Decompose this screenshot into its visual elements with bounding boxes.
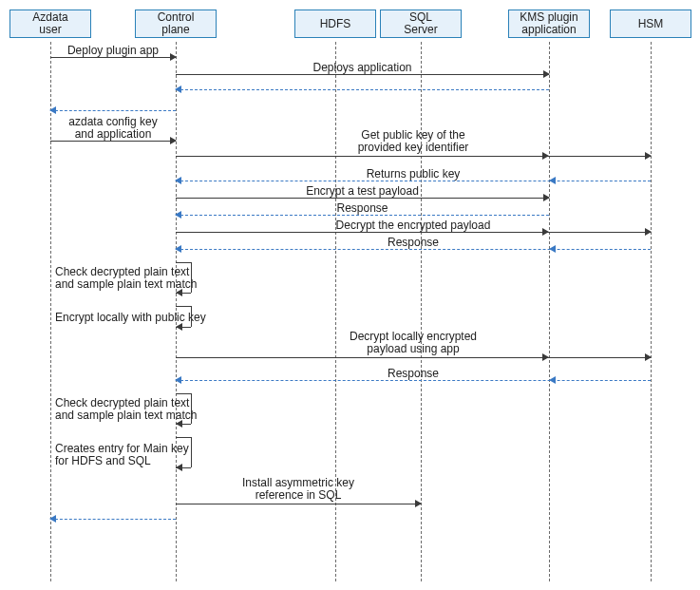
arrow-head [645,353,652,361]
arrow-line [176,198,549,199]
arrow-line [176,380,651,381]
msg-install-asymmetric-key: Install asymmetric keyreference in SQL [176,477,421,507]
arrow-head [175,177,181,184]
arrow-line [176,262,191,263]
msg-get-public-key: Get public key of theprovided key identi… [176,129,651,160]
msg-label: Deploy plugin app [50,44,176,57]
actor-control-plane: Controlplane [135,10,217,38]
actor-label: KMS pluginapplication [520,11,577,36]
arrow-line [176,437,191,438]
msg-encrypt-test-payload: Encrypt a test payload [176,186,549,200]
arrow-head [175,376,181,384]
arrow-line [191,393,192,424]
msg-deploys-application: Deploys application [176,63,549,76]
msg-label: Encrypt a test payload [176,184,549,198]
arrow-head [49,106,56,114]
actor-kms-plugin: KMS pluginapplication [508,10,590,38]
arrow-head [49,515,56,523]
arrow-line [50,519,176,520]
actor-label: Controlplane [158,11,195,36]
msg-decrypt-locally: Decrypt locally encryptedpayload using a… [176,331,651,361]
arrow-line [191,306,192,327]
msg-return-to-user-2 [50,507,176,521]
msg-label: azdata config keyand application [50,116,176,141]
actor-label: HDFS [320,18,351,30]
arrow-line [191,437,192,467]
arrow-head [543,70,550,78]
msg-azdata-config-key: azdata config keyand application [50,116,176,143]
msg-label: Returns public key [176,167,651,181]
actor-hsm: HSM [610,10,691,38]
arrow-head-mid [542,353,549,361]
arrow-head [415,500,422,507]
msg-return-to-user-1 [50,99,176,112]
note-creates-entry: Creates entry for Main keyfor HDFS and S… [55,443,189,467]
msg-label: Response [176,367,651,380]
msg-label: Install asymmetric keyreference in SQL [176,477,421,502]
arrow-line [176,181,651,181]
msg-response-2: Response [176,238,651,251]
msg-returns-public-key: Returns public key [176,169,651,182]
msg-label: Decrypt locally encryptedpayload using a… [176,331,651,355]
msg-label: Deploys application [176,61,549,74]
arrow-line [176,357,651,358]
sequence-diagram: Azdatauser Controlplane HDFS SQLServer K… [0,0,700,590]
arrow-head [543,194,550,201]
actor-label: HSM [638,18,664,30]
arrow-head-mid [549,177,556,184]
note-check-decrypted-1: Check decrypted plain textand sample pla… [55,266,197,291]
msg-deploy-plugin-app: Deploy plugin app [50,46,176,59]
msg-response-1: Response [176,203,549,217]
arrow-line [176,504,421,504]
msg-label: Response [176,201,549,215]
arrow-head [645,228,652,236]
arrow-line [176,306,191,307]
arrow-head [175,211,181,219]
lifeline-hsm [651,42,652,581]
msg-label: Response [176,236,651,249]
arrow-line [176,215,549,216]
actor-azdata-user: Azdatauser [9,10,91,38]
actor-sql-server: SQLServer [380,10,462,38]
arrow-line [191,262,192,293]
lifeline-kms [549,42,550,581]
arrow-line [176,232,651,233]
arrow-line [176,249,651,250]
arrow-head-mid [549,376,556,384]
actor-label: Azdatauser [32,11,67,36]
arrow-line [176,393,191,394]
arrow-head [176,323,182,331]
note-encrypt-locally: Encrypt locally with public key [55,312,206,324]
arrow-head [645,152,652,160]
msg-decrypt-encrypted-payload: Decrypt the encrypted payload [176,220,651,234]
msg-response-3: Response [176,369,651,382]
arrow-head [175,245,181,253]
arrow-head [175,86,181,93]
arrow-line [50,57,176,58]
note-check-decrypted-2: Check decrypted plain textand sample pla… [55,397,197,422]
arrow-head-mid [542,228,549,236]
arrow-head-mid [549,245,556,253]
arrow-line [50,141,176,142]
msg-label: Decrypt the encrypted payload [176,219,651,232]
arrow-head [176,289,182,296]
arrow-line [50,110,176,111]
arrow-head-mid [542,152,549,160]
actor-hdfs: HDFS [294,10,376,38]
arrow-line [176,74,549,75]
arrow-line [176,156,651,157]
arrow-head [176,464,182,471]
msg-return-deploy [176,78,549,91]
arrow-head [176,420,182,428]
msg-label: Get public key of theprovided key identi… [176,129,651,154]
arrow-head [170,53,177,61]
arrow-line [176,89,549,90]
actor-label: SQLServer [404,11,437,36]
